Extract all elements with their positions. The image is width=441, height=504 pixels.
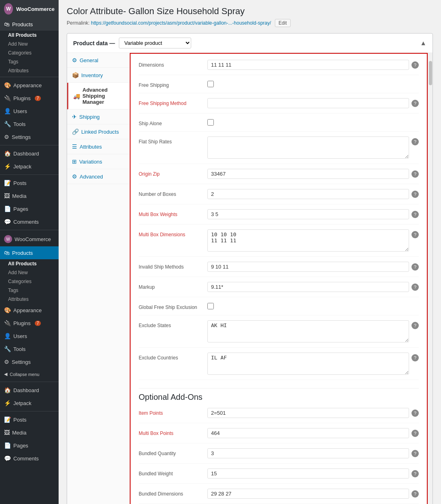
help-icon-free-shipping-method[interactable]: ?: [411, 100, 419, 107]
help-icon-invalid-ship-methods[interactable]: ?: [411, 263, 419, 271]
field-input-wrap-exclude-states: AK HI ?: [207, 320, 419, 342]
sidebar-logo[interactable]: W WooCommerce: [0, 0, 59, 18]
field-textarea-exclude-countries[interactable]: IL AF: [207, 353, 409, 375]
sidebar-sub-tags2[interactable]: Tags: [0, 286, 59, 295]
tab-variations[interactable]: ⊞ Variations: [67, 154, 129, 169]
sidebar-item-jetpack[interactable]: ⚡ Jetpack: [0, 160, 59, 173]
help-icon-exclude-states[interactable]: ?: [411, 322, 419, 329]
field-row-bundled-dimensions: Bundled Dimensions ?: [139, 489, 419, 504]
field-checkbox-free-shipping[interactable]: [207, 81, 214, 87]
field-checkbox-global-free-ship-exclusion[interactable]: [207, 303, 214, 309]
sidebar-item-comments[interactable]: 💬 Comments: [0, 215, 59, 228]
field-textarea-exclude-states[interactable]: AK HI: [207, 320, 409, 342]
field-input-bundled-dimensions[interactable]: [207, 489, 409, 499]
sidebar-item-plugins[interactable]: 🔌 Plugins 7: [0, 92, 59, 105]
help-icon-bundled-dimensions[interactable]: ?: [411, 490, 419, 498]
field-textarea-flat-ship-rates[interactable]: [207, 136, 409, 159]
general-tab-icon: ⚙: [72, 57, 77, 63]
sidebar-item-users[interactable]: 👤 Users: [0, 105, 59, 118]
sidebar-item-woocommerce2[interactable]: W WooCommerce: [0, 232, 59, 246]
sidebar-sub-all-products-top[interactable]: All Products: [0, 31, 59, 40]
sidebar-item-jetpack2[interactable]: ⚡ Jetpack: [0, 397, 59, 410]
field-label-exclude-states: Exclude States: [139, 320, 207, 328]
tab-attributes[interactable]: ☰ Attributes: [67, 139, 129, 154]
field-input-multi-box-points[interactable]: [207, 428, 409, 438]
sidebar-collapse-menu[interactable]: ◀ Collapse menu: [0, 368, 59, 380]
tab-inventory[interactable]: 📦 Inventory: [67, 68, 129, 83]
field-input-origin-zip[interactable]: [207, 169, 409, 179]
scrollbar[interactable]: [428, 53, 433, 504]
field-input-bundled-weight[interactable]: [207, 468, 409, 479]
sidebar-sub-attributes-top[interactable]: Attributes: [0, 66, 59, 75]
sidebar-label-woocommerce2: WooCommerce: [15, 236, 51, 242]
sidebar-item-pages2[interactable]: 📄 Pages: [0, 439, 59, 452]
sidebar-item-comments2[interactable]: 💬 Comments: [0, 452, 59, 465]
sidebar-item-posts2[interactable]: 📝 Posts: [0, 413, 59, 426]
sidebar-sub-tags-top[interactable]: Tags: [0, 57, 59, 66]
field-row-markup: Markup ?: [139, 282, 419, 297]
sidebar-label-dashboard: Dashboard: [13, 151, 39, 157]
sidebar-sub-add-new-top[interactable]: Add New: [0, 40, 59, 48]
help-icon-multi-box-points[interactable]: ?: [411, 430, 419, 437]
help-icon-multi-box-dimensions[interactable]: ?: [411, 231, 419, 238]
sidebar-item-plugins2[interactable]: 🔌 Plugins 7: [0, 317, 59, 330]
tab-advanced-shipping[interactable]: 🚚 Advanced Shipping Manager: [67, 83, 129, 109]
sidebar-item-dashboard2[interactable]: 🏠 Dashboard: [0, 384, 59, 397]
product-data-body: ⚙ General 📦 Inventory 🚚 Advanced Shippin…: [67, 53, 433, 504]
sidebar-item-products-top[interactable]: 🛍 Products: [0, 18, 59, 31]
sidebar-sub-add-new2[interactable]: Add New: [0, 268, 59, 277]
field-row-bundled-weight: Bundled Weight ?: [139, 468, 419, 484]
help-icon-bundled-quantity[interactable]: ?: [411, 450, 419, 457]
field-input-wrap-dimensions: ?: [207, 60, 419, 70]
field-input-number-of-boxes[interactable]: [207, 189, 409, 199]
scroll-thumb[interactable]: [429, 61, 432, 85]
help-icon-multi-box-weights[interactable]: ?: [411, 211, 419, 218]
sidebar-item-media2[interactable]: 🖼 Media: [0, 426, 59, 439]
sidebar-item-settings[interactable]: ⚙ Settings: [0, 130, 59, 143]
sidebar-item-posts[interactable]: 📝 Posts: [0, 176, 59, 189]
permalink-link[interactable]: https://getfoundsocial.com/projects/asm/…: [91, 20, 271, 26]
help-icon-bundled-weight[interactable]: ?: [411, 470, 419, 477]
field-input-markup[interactable]: [207, 282, 409, 292]
collapse-button[interactable]: ▲: [420, 40, 426, 47]
field-input-wrap-origin-zip: ?: [207, 169, 419, 179]
sidebar-item-appearance2[interactable]: 🎨 Appearance: [0, 304, 59, 317]
sidebar-item-dashboard[interactable]: 🏠 Dashboard: [0, 147, 59, 160]
tab-linked-products[interactable]: 🔗 Linked Products: [67, 124, 129, 139]
field-checkbox-ship-alone[interactable]: [207, 119, 214, 126]
help-icon-flat-ship-rates[interactable]: ?: [411, 138, 419, 145]
tab-advanced[interactable]: ⚙ Advanced: [67, 169, 129, 184]
field-input-dimensions[interactable]: [207, 60, 409, 70]
help-icon-dimensions[interactable]: ?: [411, 61, 419, 69]
sidebar-item-settings2[interactable]: ⚙ Settings: [0, 355, 59, 368]
sidebar-item-media[interactable]: 🖼 Media: [0, 189, 59, 202]
edit-permalink-button[interactable]: Edit: [275, 19, 291, 27]
help-icon-number-of-boxes[interactable]: ?: [411, 191, 419, 198]
product-type-select[interactable]: Variable productSimple productGrouped pr…: [119, 38, 191, 48]
sidebar-item-products2[interactable]: 🛍 Products: [0, 246, 59, 259]
field-input-multi-box-weights[interactable]: [207, 209, 409, 219]
sidebar-sub-all-products2[interactable]: All Products: [0, 259, 59, 268]
help-icon-item-points[interactable]: ?: [411, 410, 419, 417]
field-input-free-shipping-method[interactable]: [207, 98, 409, 108]
field-input-invalid-ship-methods[interactable]: [207, 262, 409, 272]
tab-general[interactable]: ⚙ General: [67, 53, 129, 68]
sidebar-sub-categories-top[interactable]: Categories: [0, 48, 59, 57]
help-icon-origin-zip[interactable]: ?: [411, 170, 419, 178]
sidebar-item-users2[interactable]: 👤 Users: [0, 330, 59, 342]
help-icon-exclude-countries[interactable]: ?: [411, 354, 419, 361]
sidebar-item-tools[interactable]: 🔧 Tools: [0, 118, 59, 130]
field-row-multi-box-points: Multi Box Points ?: [139, 428, 419, 443]
posts-icon2: 📝: [4, 416, 11, 423]
sidebar-item-appearance[interactable]: 🎨 Appearance: [0, 79, 59, 92]
field-textarea-multi-box-dimensions[interactable]: 10 10 10 11 11 11: [207, 229, 409, 252]
field-input-item-points[interactable]: [207, 408, 409, 418]
sidebar-sub-categories2[interactable]: Categories: [0, 277, 59, 286]
sidebar-sub-attributes2[interactable]: Attributes: [0, 295, 59, 304]
sidebar-item-tools2[interactable]: 🔧 Tools: [0, 342, 59, 355]
permalink-label: Permalink:: [67, 20, 90, 26]
field-input-bundled-quantity[interactable]: [207, 448, 409, 458]
help-icon-markup[interactable]: ?: [411, 284, 419, 291]
tab-shipping[interactable]: ✈ Shipping: [67, 109, 129, 124]
sidebar-item-pages[interactable]: 📄 Pages: [0, 202, 59, 215]
